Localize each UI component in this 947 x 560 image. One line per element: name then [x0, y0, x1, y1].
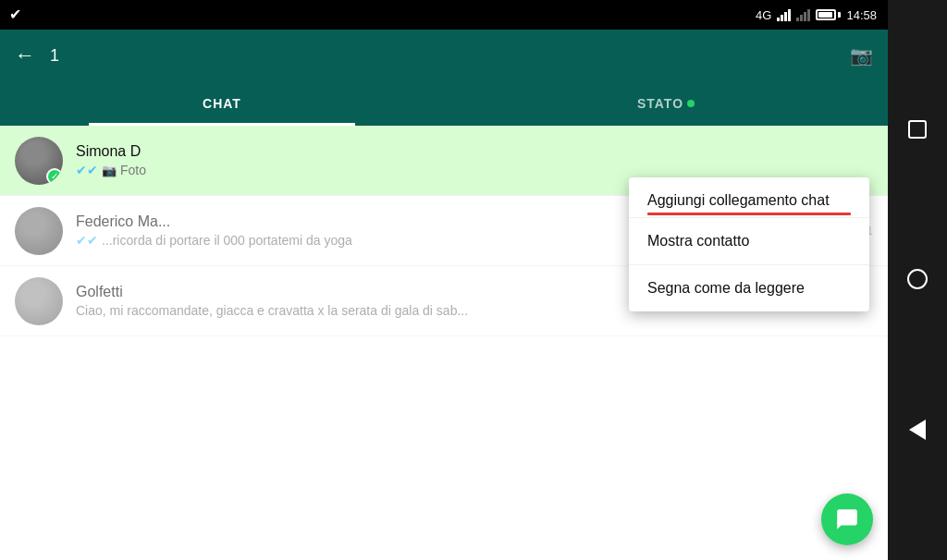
- status-bar: ✔ 4G 14:58: [0, 0, 888, 30]
- menu-item-show-contact[interactable]: Mostra contatto: [629, 218, 869, 264]
- battery-icon: [816, 9, 841, 20]
- selection-count: 1: [50, 46, 59, 66]
- tabs-bar: CHAT STATO: [0, 81, 888, 126]
- app-header: ← 1 📷: [0, 30, 888, 81]
- recents-icon[interactable]: [908, 120, 927, 139]
- status-bar-icons: 4G 14:58: [756, 8, 877, 22]
- back-button[interactable]: ←: [15, 43, 35, 67]
- tab-dot: [687, 100, 695, 107]
- home-icon[interactable]: [907, 269, 928, 289]
- tab-chat[interactable]: CHAT: [0, 81, 444, 126]
- time-label: 14:58: [846, 8, 877, 22]
- dropdown-menu: Aggiungi collegamento chat Mostra contat…: [629, 177, 869, 311]
- chat-list: ✓ Simona D ✔✔ 📷 Foto Federico Ma... ✔✔ .…: [0, 126, 888, 560]
- red-underline: [647, 213, 851, 215]
- tab-stato[interactable]: STATO: [444, 81, 888, 126]
- menu-item-mark-unread[interactable]: Segna come da leggere: [629, 265, 869, 311]
- overlay: Aggiungi collegamento chat Mostra contat…: [0, 126, 888, 560]
- android-nav-bar: [888, 0, 947, 560]
- signal-icon-1: [777, 8, 791, 21]
- camera-icon[interactable]: 📷: [850, 44, 873, 67]
- network-label: 4G: [756, 8, 771, 22]
- statusbar-check: ✔: [9, 6, 21, 23]
- signal-icon-2: [796, 8, 810, 21]
- back-icon[interactable]: [909, 420, 926, 440]
- menu-item-add-link[interactable]: Aggiungi collegamento chat: [629, 177, 869, 217]
